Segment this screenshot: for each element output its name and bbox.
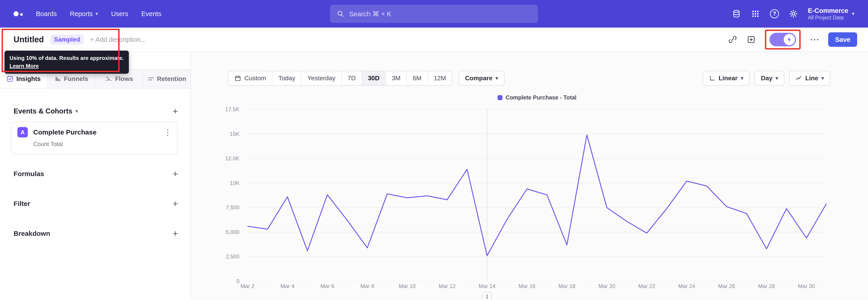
x-axis: Mar 2Mar 4Mar 6Mar 8Mar 10Mar 12Mar 14Ma… [248,281,827,291]
chart-plot[interactable]: 17.5K15K12.5K10K7,5005,0002,5000 [191,105,868,281]
y-axis-label: 12.5K [225,155,239,162]
date-range-label: Yesterday [307,74,336,82]
formulas-title: Formulas [13,170,44,178]
chevron-down-icon: ▾ [95,11,98,16]
chart-type-button[interactable]: Line ▾ [789,71,830,86]
calendar-icon [235,75,241,82]
date-range-today[interactable]: Today [272,71,301,85]
granularity-label: Day [761,74,772,82]
x-axis-label: Mar 6 [320,283,334,289]
add-description[interactable]: + Add description... [90,36,146,43]
x-axis-label: Mar 4 [281,283,294,289]
x-axis-label: Mar 16 [519,283,535,289]
date-range-30d[interactable]: 30D [362,71,385,85]
legend-label: Complete Purchase - Total [506,94,577,101]
kebab-menu-icon[interactable]: ⋮ [164,128,172,137]
logo-dot [20,13,23,16]
flows-icon [105,76,112,82]
event-metric[interactable]: Count Total [33,141,172,148]
x-axis-label: Mar 22 [638,283,655,289]
report-title[interactable]: Untitled [13,35,44,44]
date-range-3m[interactable]: 3M [385,71,406,85]
content-area: Insights Funnels Flows [0,52,868,300]
date-range-group: Custom Today Yesterday 7D 30D 3M 6M 12M [228,71,452,86]
search-placeholder: Search ⌘ + K [349,10,392,18]
formulas-section: Formulas + [0,169,191,178]
logo-dot [13,11,19,16]
data-management-icon[interactable] [732,9,741,18]
tab-label: Flows [115,75,133,83]
page-indicator[interactable]: 1 [483,292,492,300]
chart-wrap: Complete Purchase - Total 17.5K15K12.5K1… [191,94,868,300]
x-axis-label: Mar 12 [439,283,456,289]
axis-scale-label: Linear [719,74,738,82]
tab-label: Retention [157,75,186,83]
date-range-label: 3M [392,74,401,82]
y-axis: 17.5K15K12.5K10K7,5005,0002,5000 [191,105,243,281]
date-range-6m[interactable]: 6M [406,71,428,85]
apps-grid-icon[interactable] [751,9,760,18]
sampling-toggle[interactable] [770,33,796,46]
learn-more-link[interactable]: Learn More [9,62,124,70]
project-switcher[interactable]: E-Commerce All Project Data ▾ [808,7,855,21]
date-range-label: 6M [413,74,422,82]
add-to-board-icon[interactable] [746,35,756,44]
copy-link-icon[interactable] [728,35,737,44]
event-row[interactable]: A Complete Purchase ⋮ [18,127,172,138]
granularity-button[interactable]: Day ▾ [754,71,784,86]
y-axis-label: 5,000 [226,229,239,235]
filter-title: Filter [13,200,30,208]
nav-events[interactable]: Events [141,10,161,18]
x-axis-label: Mar 14 [478,283,495,289]
chevron-down-icon: ▾ [496,76,498,81]
date-range-yesterday[interactable]: Yesterday [301,71,341,85]
nav-reports-label: Reports [70,10,93,18]
chevron-down-icon: ▾ [741,76,743,81]
add-breakdown-button[interactable]: + [173,229,178,238]
legend-item[interactable]: Complete Purchase - Total [248,94,827,101]
tab-retention[interactable]: Retention [143,70,191,88]
date-range-7d[interactable]: 7D [341,71,362,85]
nav-users[interactable]: Users [111,10,128,18]
x-axis-label: Mar 20 [598,283,615,289]
search-input[interactable]: Search ⌘ + K [330,5,538,23]
event-name: Complete Purchase [33,128,96,136]
compare-button[interactable]: Compare ▾ [459,71,504,86]
search-icon [337,10,344,18]
line-chart-icon [796,75,802,81]
y-axis-label: 17.5K [225,106,239,113]
date-range-12m[interactable]: 12M [428,71,452,85]
event-card: A Complete Purchase ⋮ Count Total [11,122,178,154]
add-formula-button[interactable]: + [173,169,178,178]
chevron-down-icon: ▾ [776,76,778,81]
y-axis-label: 10K [230,180,239,186]
tab-label: Insights [16,75,40,83]
events-cohorts-title[interactable]: Events & Cohorts ▾ [13,107,78,115]
filter-section: Filter + [0,199,191,208]
more-options-icon[interactable]: ⋯ [810,35,819,44]
report-header: Untitled Sampled + Add description... [0,28,868,52]
add-event-button[interactable]: + [173,107,178,116]
nav-boards[interactable]: Boards [36,10,57,18]
date-range-custom[interactable]: Custom [228,71,272,85]
add-filter-button[interactable]: + [173,199,178,208]
gear-icon[interactable] [789,9,798,18]
chart-panel: Custom Today Yesterday 7D 30D 3M 6M 12M … [191,52,868,300]
x-axis-label: Mar 28 [758,283,775,289]
retention-icon [148,76,154,82]
chevron-down-icon: ▾ [75,109,78,114]
axis-scale-button[interactable]: Linear ▾ [703,71,749,86]
mixpanel-logo[interactable] [13,11,23,16]
nav-reports[interactable]: Reports ▾ [70,10,98,18]
x-axis-label: Mar 30 [798,283,815,289]
breakdown-title: Breakdown [13,230,50,237]
save-button[interactable]: Save [828,32,857,47]
funnels-icon [55,76,61,82]
sampling-tooltip: Using 10% of data. Results are approxima… [4,51,129,74]
help-icon[interactable]: ? [770,9,779,18]
line-chart[interactable] [248,105,827,281]
sampled-badge[interactable]: Sampled [51,35,84,44]
x-axis-label: Mar 10 [399,283,416,289]
chart-controls: Custom Today Yesterday 7D 30D 3M 6M 12M … [228,71,830,86]
date-range-label: 7D [348,74,356,82]
